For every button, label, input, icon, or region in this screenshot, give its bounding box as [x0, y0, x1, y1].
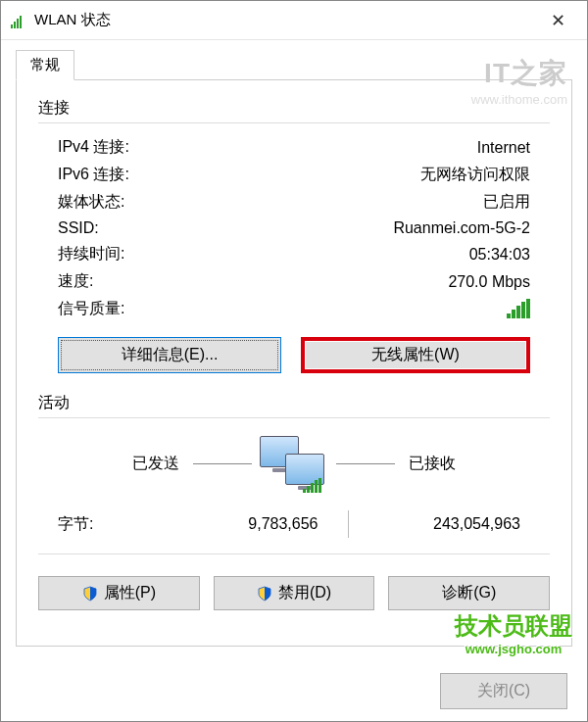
signal-label: 信号质量: — [58, 299, 124, 319]
duration-value: 05:34:03 — [469, 246, 530, 264]
connection-buttons: 详细信息(E)... 无线属性(W) — [58, 337, 530, 373]
wlan-status-dialog: WLAN 状态 ✕ IT之家 www.ithome.com 常规 连接 IPv4… — [0, 0, 588, 722]
network-monitors-icon — [260, 436, 328, 491]
window-title: WLAN 状态 — [34, 11, 538, 29]
speed-value: 270.0 Mbps — [448, 273, 530, 291]
bytes-row: 字节: 9,783,656 243,054,963 — [58, 510, 530, 538]
properties-button[interactable]: 属性(P) — [38, 576, 200, 610]
dialog-footer: 关闭(C) — [1, 661, 587, 721]
details-button[interactable]: 详细信息(E)... — [58, 337, 281, 373]
titlebar: WLAN 状态 ✕ — [1, 1, 587, 40]
content-area: IT之家 www.ithome.com 常规 连接 IPv4 连接: Inter… — [1, 40, 587, 661]
media-state-row: 媒体状态: 已启用 — [58, 192, 530, 213]
signal-bars-small-icon — [303, 473, 321, 493]
wifi-icon — [11, 13, 26, 28]
bytes-label: 字节: — [58, 514, 146, 535]
recv-label: 已接收 — [409, 454, 456, 474]
divider — [38, 554, 550, 554]
duration-row: 持续时间: 05:34:03 — [58, 244, 530, 265]
speed-row: 速度: 270.0 Mbps — [58, 271, 530, 292]
diagnose-label: 诊断(G) — [442, 583, 496, 603]
bottom-buttons: 属性(P) 禁用(D) 诊断(G) — [38, 576, 550, 610]
wireless-properties-button[interactable]: 无线属性(W) — [301, 337, 530, 373]
ipv6-value: 无网络访问权限 — [420, 165, 530, 185]
sent-label: 已发送 — [132, 454, 179, 474]
tab-general[interactable]: 常规 — [16, 50, 74, 80]
signal-bars-icon — [507, 299, 530, 318]
ssid-label: SSID: — [58, 219, 99, 237]
shield-icon — [257, 586, 272, 602]
media-value: 已启用 — [483, 192, 530, 213]
watermark-ithome: IT之家 www.ithome.com — [471, 55, 567, 107]
media-label: 媒体状态: — [58, 192, 124, 213]
divider — [38, 122, 550, 123]
ipv4-row: IPv4 连接: Internet — [58, 137, 530, 158]
activity-section: 活动 已发送 已接收 字节: 9,783,656 — [38, 393, 550, 610]
connection-line-icon — [193, 463, 252, 464]
activity-diagram: 已发送 已接收 — [38, 436, 550, 491]
close-dialog-button[interactable]: 关闭(C) — [440, 673, 567, 709]
bytes-recv-value: 243,054,963 — [349, 515, 531, 533]
duration-label: 持续时间: — [58, 244, 124, 265]
speed-label: 速度: — [58, 271, 93, 292]
ssid-row: SSID: Ruanmei.com-5G-2 — [58, 219, 530, 237]
close-button[interactable]: ✕ — [538, 1, 577, 40]
diagnose-button[interactable]: 诊断(G) — [388, 576, 550, 610]
ipv4-label: IPv4 连接: — [58, 137, 129, 158]
activity-title: 活动 — [38, 393, 550, 413]
ipv4-value: Internet — [477, 139, 530, 157]
bytes-sent-value: 9,783,656 — [146, 515, 348, 533]
connection-line-icon — [336, 463, 395, 464]
divider — [38, 417, 550, 418]
tab-panel: 连接 IPv4 连接: Internet IPv6 连接: 无网络访问权限 媒体… — [16, 79, 572, 647]
disable-button[interactable]: 禁用(D) — [214, 576, 375, 610]
connection-section: 连接 IPv4 连接: Internet IPv6 连接: 无网络访问权限 媒体… — [38, 98, 550, 381]
properties-label: 属性(P) — [104, 583, 156, 603]
disable-label: 禁用(D) — [278, 583, 331, 603]
ssid-value: Ruanmei.com-5G-2 — [393, 219, 530, 237]
watermark-jsgho: 技术员联盟 www.jsgho.com — [455, 610, 572, 656]
ipv6-label: IPv6 连接: — [58, 165, 129, 185]
ipv6-row: IPv6 连接: 无网络访问权限 — [58, 165, 530, 185]
shield-icon — [82, 586, 98, 602]
signal-row: 信号质量: — [58, 299, 530, 319]
